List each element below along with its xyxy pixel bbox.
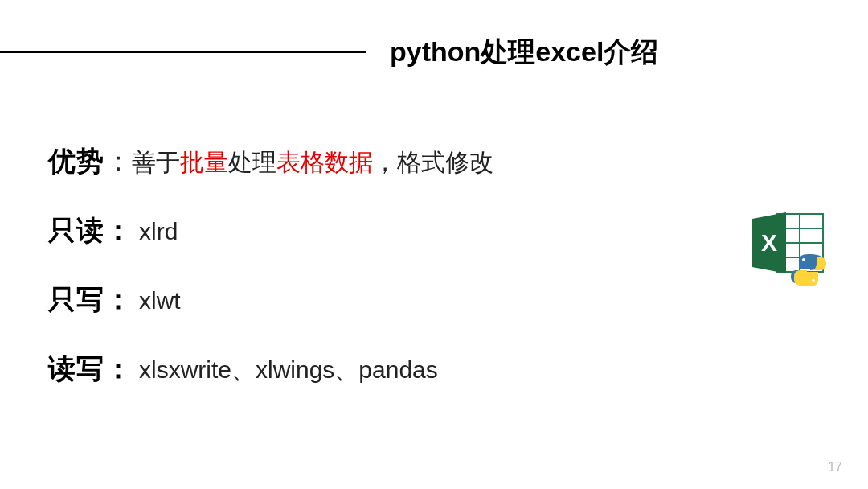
label-advantage: 优势 <box>48 143 104 180</box>
page-number: 17 <box>828 460 842 475</box>
svg-point-8 <box>812 279 815 282</box>
slide-title: python处理excel介绍 <box>390 34 658 71</box>
svg-text:X: X <box>761 229 777 256</box>
label-read-write: 读写： <box>48 351 133 388</box>
value-write-only: xlwt <box>139 287 181 314</box>
excel-python-icon: X <box>746 209 834 293</box>
value-advantage: 善于批量处理表格数据，格式修改 <box>132 146 493 179</box>
row-write-only: 只写： xlwt <box>48 281 868 318</box>
slide-header: python处理excel介绍 <box>0 0 868 71</box>
value-read-only: xlrd <box>139 218 178 245</box>
row-read-write: 读写： xlsxwrite、xlwings、pandas <box>48 351 868 388</box>
row-advantage: 优势： 善于批量处理表格数据，格式修改 <box>48 143 868 180</box>
colon-advantage: ： <box>104 143 132 180</box>
label-write-only: 只写： <box>48 281 133 318</box>
value-read-write: xlsxwrite、xlwings、pandas <box>139 354 438 387</box>
label-read-only: 只读： <box>48 212 133 249</box>
slide-content: 优势： 善于批量处理表格数据，格式修改 只读： xlrd 只写： xlwt 读写… <box>0 71 868 388</box>
svg-point-7 <box>802 258 805 261</box>
header-divider <box>0 51 366 53</box>
row-read-only: 只读： xlrd <box>48 212 868 249</box>
